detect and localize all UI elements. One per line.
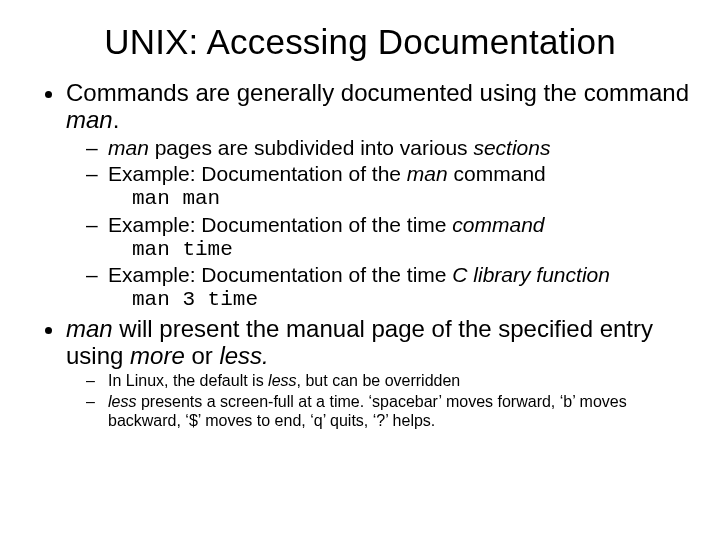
sub-2a-pre: In Linux, the default is — [108, 372, 268, 389]
sub-1c-code: man time — [132, 238, 692, 262]
bullet-2-sublist: In Linux, the default is less, but can b… — [66, 372, 692, 431]
bullet-2-em3: less. — [219, 342, 268, 369]
sub-2a: In Linux, the default is less, but can b… — [108, 372, 692, 391]
sub-1d: Example: Documentation of the time C lib… — [108, 263, 692, 312]
sub-2b-em: less — [108, 393, 136, 410]
bullet-1-pre: Commands are generally documented using … — [66, 79, 689, 106]
sub-1b: Example: Documentation of the man comman… — [108, 162, 692, 211]
bullet-1: Commands are generally documented using … — [66, 80, 692, 312]
sub-1a-mid: pages are subdivided into various — [149, 136, 474, 159]
sub-1b-code: man man — [132, 187, 692, 211]
sub-1c: Example: Documentation of the time comma… — [108, 213, 692, 262]
sub-1a-em2: sections — [473, 136, 550, 159]
bullet-2-em2: more — [130, 342, 185, 369]
sub-2b: less presents a screen-full at a time. ‘… — [108, 393, 692, 431]
sub-1d-code: man 3 time — [132, 288, 692, 312]
sub-1a-em1: man — [108, 136, 149, 159]
sub-1d-pre: Example: Documentation of the time — [108, 263, 452, 286]
bullet-list-level1: Commands are generally documented using … — [28, 80, 692, 431]
sub-1d-em: C library function — [452, 263, 610, 286]
bullet-2-or: or — [185, 342, 220, 369]
sub-2b-post: presents a screen-full at a time. ‘space… — [108, 393, 627, 429]
bullet-1-post: . — [113, 106, 120, 133]
sub-1c-em: command — [452, 213, 544, 236]
bullet-2-em1: man — [66, 315, 113, 342]
bullet-1-em: man — [66, 106, 113, 133]
bullet-1-sublist: man pages are subdivided into various se… — [66, 136, 692, 313]
slide-title: UNIX: Accessing Documentation — [28, 22, 692, 62]
sub-1b-em: man — [407, 162, 448, 185]
sub-1b-pre: Example: Documentation of the — [108, 162, 407, 185]
sub-1c-pre: Example: Documentation of the time — [108, 213, 452, 236]
bullet-2: man will present the manual page of the … — [66, 316, 692, 430]
sub-2a-post: , but can be overridden — [297, 372, 461, 389]
sub-1a: man pages are subdivided into various se… — [108, 136, 692, 160]
sub-2a-em: less — [268, 372, 296, 389]
slide: UNIX: Accessing Documentation Commands a… — [0, 0, 720, 540]
sub-1b-post: command — [448, 162, 546, 185]
